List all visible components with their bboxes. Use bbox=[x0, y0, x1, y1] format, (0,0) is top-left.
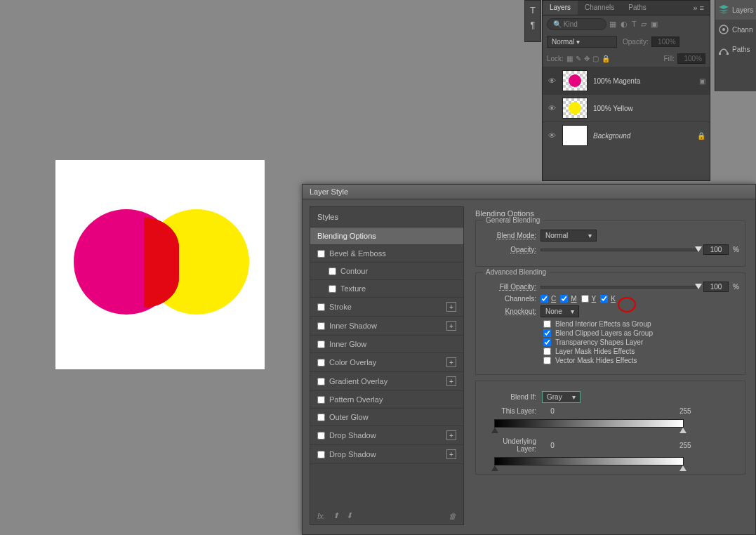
effect-checkbox[interactable] bbox=[317, 341, 325, 348]
effect-checkbox[interactable] bbox=[329, 268, 336, 275]
tab-paths[interactable]: Paths bbox=[621, 1, 654, 15]
blend-clipped-checkbox[interactable] bbox=[543, 329, 551, 337]
layer-item-magenta[interactable]: 👁 100% Magenta ▣ bbox=[543, 67, 710, 94]
arrow-down-icon[interactable]: ⬇ bbox=[346, 511, 352, 520]
channel-m-checkbox[interactable] bbox=[560, 295, 568, 303]
fill-opacity-slider[interactable] bbox=[541, 286, 699, 289]
layer-name-label[interactable]: Background bbox=[593, 132, 691, 140]
effect-drop-shadow-2[interactable]: Drop Shadow+ bbox=[310, 445, 463, 464]
blend-interior-checkbox[interactable] bbox=[543, 320, 551, 328]
effect-pattern-overlay[interactable]: Pattern Overlay bbox=[310, 391, 463, 409]
add-effect-icon[interactable]: + bbox=[446, 376, 456, 386]
knockout-select[interactable]: None▾ bbox=[541, 305, 579, 317]
effect-contour[interactable]: Contour bbox=[310, 263, 463, 280]
effect-checkbox[interactable] bbox=[329, 285, 336, 293]
effect-bevel-emboss[interactable]: Bevel & Emboss bbox=[310, 245, 463, 263]
layers-icon bbox=[718, 4, 729, 15]
layer-name-label[interactable]: 100% Magenta bbox=[593, 77, 694, 85]
vector-mask-hides-checkbox[interactable] bbox=[543, 357, 551, 364]
filter-pixel-icon[interactable]: ▦ bbox=[609, 20, 616, 29]
effect-checkbox[interactable] bbox=[317, 250, 325, 258]
dock-channels[interactable]: Chann bbox=[715, 20, 756, 39]
paragraph-icon[interactable]: ¶ bbox=[525, 20, 541, 30]
effect-inner-shadow[interactable]: Inner Shadow+ bbox=[310, 317, 463, 336]
add-effect-icon[interactable]: + bbox=[446, 321, 456, 331]
blend-mode-select[interactable]: Normal▾ bbox=[541, 230, 597, 242]
effect-color-overlay[interactable]: Color Overlay+ bbox=[310, 353, 463, 372]
layer-mask-hides-checkbox[interactable] bbox=[543, 348, 551, 355]
this-layer-gradient[interactable] bbox=[494, 419, 684, 428]
effect-checkbox[interactable] bbox=[317, 303, 325, 311]
dock-layers[interactable]: Layers bbox=[715, 0, 756, 20]
tab-channels[interactable]: Channels bbox=[578, 1, 621, 15]
opacity-value[interactable]: 100% bbox=[651, 37, 679, 47]
effect-texture[interactable]: Texture bbox=[310, 280, 463, 298]
type-tool-icon[interactable]: T bbox=[525, 5, 541, 15]
fx-icon[interactable]: fx. bbox=[317, 512, 326, 520]
effect-outer-glow[interactable]: Outer Glow bbox=[310, 409, 463, 426]
trash-icon[interactable]: 🗑 bbox=[449, 512, 456, 520]
layer-properties-icon[interactable]: ▣ bbox=[699, 77, 705, 85]
add-effect-icon[interactable]: + bbox=[446, 449, 456, 459]
dock-paths[interactable]: Paths bbox=[715, 39, 756, 59]
effect-checkbox[interactable] bbox=[317, 378, 325, 385]
filter-adjust-icon[interactable]: ◐ bbox=[621, 20, 628, 29]
tab-layers[interactable]: Layers bbox=[543, 1, 578, 15]
add-effect-icon[interactable]: + bbox=[446, 302, 456, 312]
filter-shape-icon[interactable]: ▱ bbox=[641, 20, 646, 29]
effect-inner-glow[interactable]: Inner Glow bbox=[310, 336, 463, 353]
filter-type-icon[interactable]: T bbox=[632, 20, 637, 29]
effect-checkbox[interactable] bbox=[317, 414, 325, 421]
dialog-title[interactable]: Layer Style bbox=[303, 185, 755, 199]
layer-thumbnail[interactable] bbox=[562, 70, 588, 91]
add-effect-icon[interactable]: + bbox=[446, 430, 456, 440]
layer-item-yellow[interactable]: 👁 100% Yellow bbox=[543, 94, 710, 121]
gradient-low-handle[interactable] bbox=[491, 465, 498, 471]
visibility-toggle[interactable]: 👁 bbox=[547, 76, 557, 86]
filter-kind-dropdown[interactable]: 🔍 Kind bbox=[547, 18, 606, 30]
layer-name-label[interactable]: 100% Yellow bbox=[593, 105, 705, 112]
channel-c-checkbox[interactable] bbox=[541, 295, 548, 303]
blend-mode-dropdown[interactable]: Normal ▾ bbox=[547, 36, 617, 48]
gradient-high-handle[interactable] bbox=[679, 465, 687, 471]
tool-options-strip: T ¶ bbox=[524, 0, 541, 42]
effect-checkbox[interactable] bbox=[317, 359, 325, 366]
lock-transparent-icon[interactable]: ▦ bbox=[566, 55, 573, 62]
effect-checkbox[interactable] bbox=[317, 432, 325, 440]
underlying-gradient[interactable] bbox=[494, 457, 684, 465]
channel-k-checkbox[interactable] bbox=[600, 295, 608, 303]
lock-all-icon[interactable]: 🔒 bbox=[602, 55, 610, 62]
arrow-up-icon[interactable]: ⬆ bbox=[333, 511, 339, 520]
layer-thumbnail[interactable] bbox=[562, 125, 588, 146]
opacity-label: Opacity: bbox=[623, 38, 649, 46]
styles-header[interactable]: Styles bbox=[310, 207, 463, 227]
paths-icon bbox=[718, 44, 729, 55]
effect-stroke[interactable]: Stroke+ bbox=[310, 298, 463, 317]
lock-artboard-icon[interactable]: ▢ bbox=[592, 55, 599, 62]
fill-value[interactable]: 100% bbox=[677, 53, 705, 64]
visibility-toggle[interactable]: 👁 bbox=[547, 131, 557, 140]
fill-opacity-input[interactable]: 100 bbox=[703, 282, 729, 292]
transparency-shapes-checkbox[interactable] bbox=[543, 338, 551, 346]
blend-if-select[interactable]: Gray▾ bbox=[542, 391, 581, 403]
effect-checkbox[interactable] bbox=[317, 396, 325, 404]
layer-thumbnail[interactable] bbox=[562, 98, 588, 119]
lock-paint-icon[interactable]: ✎ bbox=[576, 55, 581, 62]
panel-more-icon[interactable]: » ≡ bbox=[687, 1, 710, 15]
channel-y-checkbox[interactable] bbox=[581, 295, 589, 303]
add-effect-icon[interactable]: + bbox=[446, 357, 456, 367]
filter-smart-icon[interactable]: ▣ bbox=[651, 20, 658, 29]
opacity-input[interactable]: 100 bbox=[703, 244, 729, 255]
effect-checkbox[interactable] bbox=[317, 322, 325, 330]
lock-move-icon[interactable]: ✥ bbox=[584, 55, 590, 62]
effect-checkbox[interactable] bbox=[317, 451, 325, 458]
opacity-slider[interactable] bbox=[541, 249, 699, 251]
effect-blending-options[interactable]: Blending Options bbox=[310, 227, 463, 245]
gradient-low-handle[interactable] bbox=[491, 428, 498, 433]
visibility-toggle[interactable]: 👁 bbox=[547, 103, 557, 113]
effect-gradient-overlay[interactable]: Gradient Overlay+ bbox=[310, 372, 463, 391]
gradient-high-handle[interactable] bbox=[679, 428, 687, 433]
layer-item-background[interactable]: 👁 Background 🔒 bbox=[543, 121, 710, 149]
effect-drop-shadow[interactable]: Drop Shadow+ bbox=[310, 426, 463, 445]
lock-icon[interactable]: 🔒 bbox=[697, 132, 705, 140]
